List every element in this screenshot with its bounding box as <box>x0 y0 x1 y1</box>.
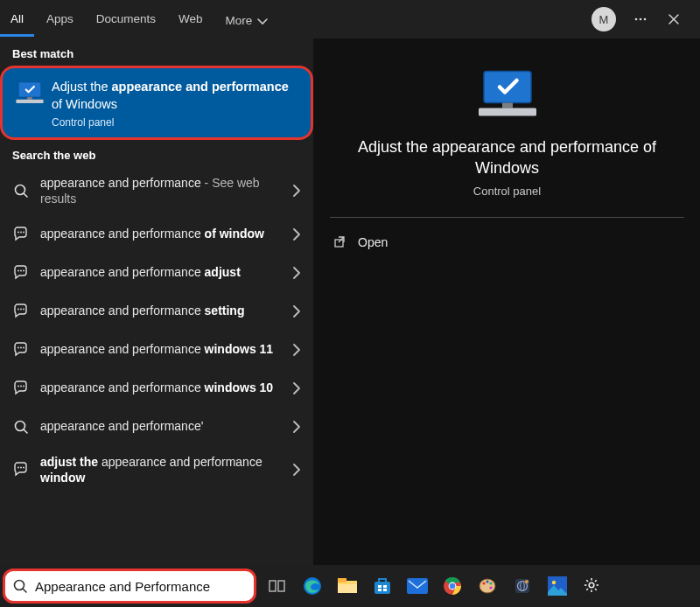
best-match-title: Adjust the appearance and performance of… <box>52 79 298 113</box>
web-result[interactable]: appearance and performance - See web res… <box>0 167 313 214</box>
tab-more[interactable]: More <box>215 3 279 36</box>
header-tabs: All Apps Documents Web More M <box>0 0 700 38</box>
close-button[interactable] <box>658 3 690 35</box>
chevron-right-icon[interactable] <box>285 380 304 396</box>
chevron-right-icon[interactable] <box>285 342 304 358</box>
preview-pane: Adjust the appearance and performance of… <box>313 38 700 565</box>
search-icon <box>12 419 30 435</box>
tab-documents[interactable]: Documents <box>86 2 166 37</box>
web-result[interactable]: appearance and performance windows 10 <box>0 369 313 408</box>
results-column: Best match Adjust the appearance and per… <box>0 38 313 565</box>
chevron-right-icon[interactable] <box>285 462 304 478</box>
svg-point-38 <box>486 580 488 583</box>
svg-rect-29 <box>383 585 387 588</box>
svg-rect-30 <box>378 589 382 591</box>
svg-point-39 <box>489 582 492 584</box>
chrome-icon[interactable] <box>437 569 468 604</box>
svg-rect-31 <box>383 589 387 591</box>
search-icon <box>12 578 28 594</box>
svg-rect-26 <box>338 584 357 593</box>
web-result[interactable]: appearance and performance setting <box>0 292 313 331</box>
web-result-text: appearance and performance setting <box>40 303 275 318</box>
section-best-match: Best match <box>0 38 313 66</box>
chevron-right-icon[interactable] <box>285 183 304 199</box>
tab-web[interactable]: Web <box>168 2 214 37</box>
web-result-text: appearance and performance - See web res… <box>40 175 275 206</box>
paint3d-icon[interactable] <box>507 569 538 604</box>
open-icon <box>332 235 347 249</box>
paint-icon[interactable] <box>472 569 503 604</box>
tab-apps[interactable]: Apps <box>36 2 84 37</box>
svg-point-40 <box>489 586 492 589</box>
svg-rect-21 <box>270 581 276 591</box>
file-explorer-icon[interactable] <box>332 569 363 604</box>
settings-icon[interactable] <box>577 569 608 604</box>
photos-icon[interactable] <box>542 569 573 604</box>
action-open[interactable]: Open <box>330 228 684 256</box>
svg-rect-28 <box>378 585 382 588</box>
control-panel-icon <box>15 80 41 101</box>
chat-icon <box>12 342 30 358</box>
svg-point-37 <box>482 582 485 584</box>
chat-icon <box>12 304 30 319</box>
task-view-icon <box>269 578 286 594</box>
web-result-text: appearance and performance windows 10 <box>40 380 275 395</box>
web-result[interactable]: appearance and performance' <box>0 408 313 446</box>
taskbar <box>0 565 700 607</box>
taskbar-search[interactable] <box>3 569 256 604</box>
svg-point-35 <box>450 583 456 590</box>
best-match-item[interactable]: Adjust the appearance and performance of… <box>0 66 313 140</box>
divider <box>330 217 684 218</box>
svg-point-45 <box>552 581 556 584</box>
web-result[interactable]: adjust the appearance and performance wi… <box>0 446 313 493</box>
chevron-right-icon[interactable] <box>285 227 304 242</box>
svg-point-43 <box>525 580 528 583</box>
more-options-button[interactable] <box>625 3 656 35</box>
chat-icon <box>12 462 30 478</box>
chevron-right-icon[interactable] <box>285 265 304 281</box>
web-result[interactable]: appearance and performance of window <box>0 215 313 254</box>
section-web: Search the web <box>0 140 313 167</box>
chevron-right-icon[interactable] <box>285 304 304 319</box>
best-match-subtitle: Control panel <box>52 116 298 129</box>
dots-icon <box>633 11 648 27</box>
preview-title: Adjust the appearance and performance of… <box>330 136 684 179</box>
chat-icon <box>12 227 30 242</box>
web-result[interactable]: appearance and performance windows 11 <box>0 331 313 369</box>
task-view-button[interactable] <box>262 569 293 604</box>
search-window: All Apps Documents Web More M Best match… <box>0 0 700 565</box>
store-icon[interactable] <box>367 569 398 604</box>
action-open-label: Open <box>358 235 388 249</box>
svg-rect-32 <box>407 578 428 594</box>
chevron-down-icon <box>256 14 268 26</box>
chevron-right-icon[interactable] <box>285 419 304 435</box>
web-result-text: appearance and performance windows 11 <box>40 341 275 357</box>
chat-icon <box>12 380 30 396</box>
preview-subtitle: Control panel <box>330 185 684 198</box>
preview-icon <box>476 66 539 121</box>
chat-icon <box>12 265 30 281</box>
search-icon <box>12 183 30 199</box>
close-icon <box>666 11 682 27</box>
svg-rect-25 <box>338 578 346 583</box>
avatar[interactable]: M <box>592 7 616 31</box>
tab-all[interactable]: All <box>0 2 34 37</box>
web-result-text: appearance and performance of window <box>40 226 275 241</box>
web-result[interactable]: appearance and performance adjust <box>0 254 313 292</box>
web-result-text: appearance and performance' <box>40 418 275 434</box>
mail-icon[interactable] <box>402 569 433 604</box>
edge-icon[interactable] <box>297 569 328 604</box>
web-result-text: adjust the appearance and performance wi… <box>40 454 275 485</box>
web-result-text: appearance and performance adjust <box>40 264 275 280</box>
search-input[interactable] <box>35 579 247 594</box>
svg-rect-27 <box>374 582 390 594</box>
svg-rect-22 <box>278 581 284 591</box>
tab-more-label: More <box>226 14 253 27</box>
